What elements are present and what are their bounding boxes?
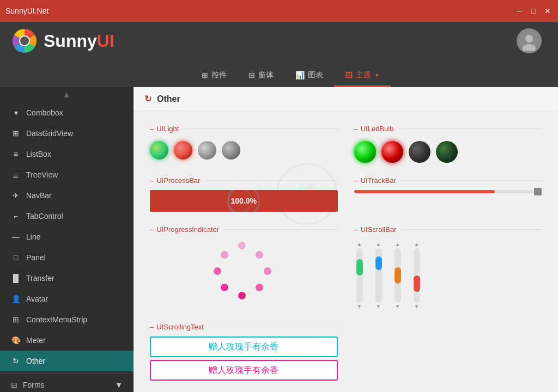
theme-arrow-icon: ▼	[374, 72, 380, 78]
sidebar-item-navbar[interactable]: ✈ NavBar	[0, 185, 134, 206]
pi-dot-8	[221, 251, 228, 259]
forms-icon: ⊟	[11, 381, 17, 389]
uiscrollbar-section: UIScrollBar ▲ ▼ ▲	[346, 220, 550, 317]
pi-dot-6	[221, 284, 228, 291]
scrollbar-orange[interactable]: ▲ ▼	[392, 242, 403, 309]
uitrackbar-section: UITrackBar	[346, 171, 550, 220]
logo-text: SunnyUI	[44, 31, 114, 51]
sidebar-item-line[interactable]: — Line	[0, 226, 134, 247]
app-title: SunnyUI.Net	[5, 7, 48, 15]
scrollbar-down-arrow-2[interactable]: ▼	[376, 304, 381, 309]
sidebar: ▲ ▾ Combobox ⊞ DataGridView ≡ ListBox ≣ …	[0, 87, 134, 392]
scrollbar-thumb-orange[interactable]	[395, 267, 401, 284]
scrollbar-thumb-red[interactable]	[414, 275, 420, 292]
uiscrollingtext-section: UIScrollingText 赠人玫瑰手有余香 赠人玫瑰手有余香	[142, 317, 346, 389]
sidebar-item-panel[interactable]: □ Panel	[0, 247, 134, 268]
scrollbar-down-arrow-4[interactable]: ▼	[414, 304, 420, 309]
nav-windows[interactable]: ⊟ 窗体	[238, 65, 284, 87]
uilight-section: UILight	[142, 119, 346, 171]
sidebar-item-treeview[interactable]: ≣ TreeView	[0, 164, 134, 185]
window-controls: ─ □ ✕	[514, 6, 553, 16]
meter-icon: 🎨	[11, 335, 21, 345]
contextmenu-icon: ⊞	[11, 315, 21, 324]
listbox-icon: ≡	[11, 149, 21, 159]
scrollbar-track-orange	[395, 248, 401, 303]
light-gray2[interactable]	[222, 141, 240, 160]
nav-charts[interactable]: 📊 图表	[284, 65, 334, 87]
minimize-button[interactable]: ─	[514, 6, 524, 16]
line-icon: —	[11, 232, 21, 242]
led-green[interactable]	[354, 141, 376, 163]
scrolling-text-1: 赠人玫瑰手有余香	[209, 341, 278, 353]
user-avatar[interactable]	[517, 28, 542, 53]
svg-point-4	[525, 35, 533, 42]
sidebar-item-other[interactable]: ↻ Other	[0, 351, 134, 371]
treeview-icon: ≣	[11, 170, 21, 180]
uiledbulb-leds	[354, 138, 542, 166]
scrollbar-up-arrow-2[interactable]: ▲	[376, 242, 381, 247]
sidebar-item-listbox[interactable]: ≡ ListBox	[0, 144, 134, 164]
scrollbar-up-arrow-1[interactable]: ▲	[357, 242, 362, 247]
charts-nav-icon: 📊	[295, 71, 305, 79]
page-title: Other	[157, 94, 180, 104]
uilight-title: UILight	[150, 125, 338, 133]
light-green[interactable]	[150, 141, 168, 160]
light-gray[interactable]	[198, 141, 216, 160]
uiledbulb-section: UILedBulb	[346, 119, 550, 171]
process-bar[interactable]: 100.0%	[150, 190, 338, 212]
nav-controls[interactable]: ⊞ 控件	[191, 65, 238, 87]
sidebar-item-transfer[interactable]: ▐▌ Transfer	[0, 268, 134, 289]
close-button[interactable]: ✕	[543, 6, 553, 16]
led-darkgreen[interactable]	[436, 141, 458, 163]
scrolling-text-box-1[interactable]: 赠人玫瑰手有余香	[150, 336, 338, 357]
scrollbar-cyan[interactable]: ▲ ▼	[373, 242, 384, 309]
led-red[interactable]	[381, 141, 403, 163]
sidebar-item-tabcontrol[interactable]: ⌐ TabControl	[0, 206, 134, 226]
navbar-icon: ✈	[11, 191, 21, 200]
scrollbar-down-arrow-1[interactable]: ▼	[357, 304, 362, 309]
uiprocessbar-title: UIProcessBar	[150, 176, 338, 185]
scrollbar-up-arrow-3[interactable]: ▲	[395, 242, 401, 247]
scrollbar-thumb-cyan[interactable]	[375, 256, 382, 270]
sidebar-item-avatar[interactable]: 👤 Avatar	[0, 289, 134, 309]
scrolling-text-box-2[interactable]: 赠人玫瑰手有余香	[150, 360, 338, 381]
restore-button[interactable]: □	[529, 6, 538, 16]
progress-indicator	[211, 239, 276, 304]
sidebar-scroll-up[interactable]: ▲	[0, 87, 134, 102]
avatar-sidebar-icon: 👤	[11, 294, 21, 304]
scrollbar-thumb-green[interactable]	[356, 259, 363, 275]
scrollbar-green[interactable]: ▲ ▼	[354, 242, 365, 309]
trackbar[interactable]	[354, 190, 542, 193]
uiscrollbar-title: UIScrollBar	[354, 225, 542, 234]
scrollbar-red[interactable]: ▲ ▼	[411, 242, 422, 309]
combobox-icon: ▾	[11, 108, 21, 118]
avatar-icon	[519, 31, 539, 51]
uiprocessbar-section: UIProcessBar 100.0%	[142, 171, 346, 220]
other-icon: ↻	[11, 356, 21, 366]
logo: SunnyUI	[11, 27, 114, 54]
scrollbar-track-cyan	[375, 248, 382, 303]
sidebar-item-forms[interactable]: ⊟ Forms ▼	[0, 375, 134, 392]
scrollbar-down-arrow-3[interactable]: ▼	[395, 304, 401, 309]
scrollbar-track-green	[356, 248, 363, 303]
sidebar-item-combobox[interactable]: ▾ Combobox	[0, 102, 134, 123]
scrollbars-container: ▲ ▼ ▲ ▼	[354, 239, 542, 312]
panel-icon: □	[11, 253, 21, 262]
nav-theme[interactable]: 🖼 主题 ▼	[334, 65, 391, 87]
uiscrollingtext-title: UIScrollingText	[150, 323, 338, 331]
content-grid: UILight UILedBulb	[134, 111, 558, 392]
sidebar-item-datagridview[interactable]: ⊞ DataGridView	[0, 123, 134, 144]
theme-icon: 🖼	[345, 71, 353, 79]
light-red[interactable]	[174, 141, 192, 160]
trackbar-thumb[interactable]	[534, 188, 542, 195]
pi-dot-7	[214, 267, 221, 275]
led-darkgray[interactable]	[409, 141, 430, 163]
trackbar-track	[354, 190, 542, 193]
transfer-icon: ▐▌	[11, 273, 21, 283]
sidebar-item-contextmenustrip[interactable]: ⊞ ContextMenuStrip	[0, 309, 134, 330]
sidebar-item-meter[interactable]: 🎨 Meter	[0, 330, 134, 351]
scrollbar-up-arrow-4[interactable]: ▲	[414, 242, 420, 247]
forms-arrow-icon: ▼	[115, 381, 123, 389]
logo-icon	[11, 27, 38, 54]
page-header-icon: ↻	[144, 94, 151, 104]
